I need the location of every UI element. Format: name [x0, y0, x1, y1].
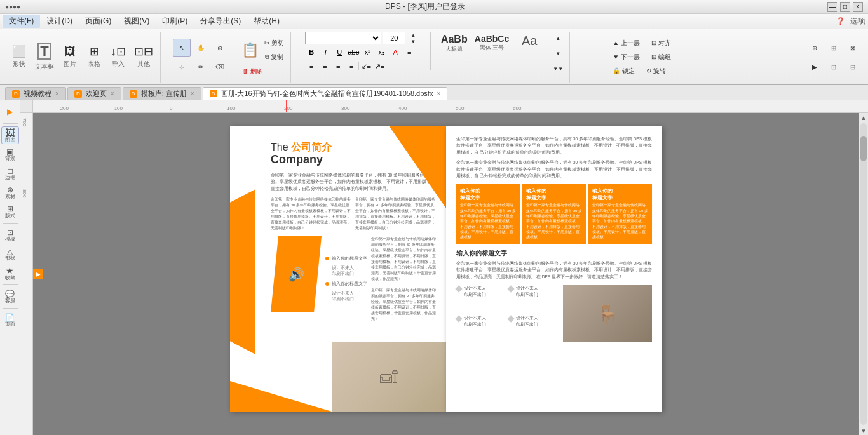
scroll-down-arrow[interactable]: ▼ [859, 426, 868, 435]
tool-btn-2[interactable]: ⊞ [825, 39, 843, 57]
tab-document[interactable]: D 画册-大16开骑马钉-金色时尚大气金融招商宣传册190401-1058.dp… [203, 87, 448, 100]
group-button[interactable]: ⊞ 编组 [647, 51, 675, 64]
left-tool-customer[interactable]: 💬 客服 [1, 288, 19, 305]
menu-file[interactable]: 文件(F) [3, 15, 40, 28]
left-tool-shape[interactable]: △ 形状 [1, 245, 19, 263]
tool-btn-5[interactable]: ⊡ [825, 58, 843, 76]
left-tool-nav[interactable]: ▶ [1, 103, 19, 121]
shape-button[interactable]: ⬜ 形状 [8, 38, 31, 76]
style-arrows: ▲ ▼ ▼▼ [550, 32, 566, 75]
image-button[interactable]: 🖼 图片 [58, 38, 81, 76]
window-controls[interactable]: — □ × [827, 2, 863, 12]
minimize-button[interactable]: — [827, 2, 837, 12]
left-tool-materials[interactable]: ⊕ 素材 [1, 184, 19, 201]
superscript-button[interactable]: x² [361, 46, 374, 58]
menu-view[interactable]: 视图(V) [118, 15, 156, 28]
canvas-wrapper: -200 -100 0 100 200 300 400 500 600 700 … [20, 100, 868, 435]
left-tool-background[interactable]: ▣ 背景 [1, 145, 19, 163]
crop-button[interactable]: ⊹ [173, 58, 191, 76]
menu-share[interactable]: 分享导出(S) [194, 15, 247, 28]
tool-btn-6[interactable]: ⊟ [844, 58, 862, 76]
other-button[interactable]: ⊡⊟ 其他 [131, 38, 156, 76]
pointer-button[interactable]: ↖ [173, 39, 191, 57]
rotate-button[interactable]: ↻ 旋转 [642, 65, 670, 77]
hand-button[interactable]: ✋ [192, 39, 210, 57]
maximize-button[interactable]: □ [840, 2, 850, 12]
tab-document-close[interactable]: × [437, 90, 440, 97]
tab-welcome-close[interactable]: × [111, 90, 114, 97]
indent-decrease-btn[interactable]: ↙≡ [360, 60, 372, 72]
paste-button[interactable]: 📋 [240, 40, 261, 60]
tab-template[interactable]: D 模板库: 宣传册 × [123, 87, 201, 100]
menu-help[interactable]: 帮助(H) [247, 15, 286, 28]
style-preview-heading3: Aa [522, 34, 537, 48]
tool-btn-4[interactable]: ▶ [806, 58, 824, 76]
pen-button[interactable]: ✏ [192, 58, 210, 76]
tool-btn-1[interactable]: ⊕ [806, 39, 824, 57]
menu-print[interactable]: 印刷(P) [156, 15, 194, 28]
left-tool-template[interactable]: ⊡ 模板 [1, 226, 19, 244]
bold-button[interactable]: B [305, 46, 318, 58]
v-scrollbar[interactable]: ▲ ▼ [859, 113, 868, 435]
page-right[interactable]: 金印第一家专业金融与传统网络媒体印刷的服务平台，拥有 30 多年印刷服务经验。全… [446, 126, 662, 412]
paste-special-btn[interactable]: 🗑 删除 [240, 65, 265, 77]
align-center-btn[interactable]: ≡ [318, 60, 331, 72]
font-highlight-button[interactable]: ≡ [403, 46, 416, 58]
orange-cards-row: 输入你的标题文字 全印第一家专业金融与传统网络媒体印刷的服务平台，拥有 30 多… [456, 184, 652, 244]
font-color-button[interactable]: A [389, 46, 402, 58]
font-size-input[interactable] [383, 32, 405, 44]
options-button[interactable]: 选项 [850, 16, 865, 27]
style-heading2[interactable]: AaBbCc 黑体 三号 [473, 32, 511, 54]
scroll-track[interactable] [860, 123, 867, 425]
style-scroll-down[interactable]: ▼ [550, 47, 566, 60]
copy-button[interactable]: ⧉ 复制 [262, 51, 287, 64]
strikethrough-button[interactable]: abc [347, 46, 360, 58]
underline-button[interactable]: U [333, 46, 346, 58]
style-expand[interactable]: ▼▼ [550, 62, 566, 75]
tab-welcome[interactable]: D 欢迎页 × [67, 87, 121, 100]
left-tool-style[interactable]: ⊞ 版式 [1, 203, 19, 220]
subscript-button[interactable]: x₂ [375, 46, 388, 58]
scroll-handle[interactable] [860, 136, 867, 161]
library-icon: 🖼 [6, 128, 15, 138]
page-left[interactable]: The 公司简介 Company 金印第一家专业金融与传统网络媒体印刷的服务平台… [230, 126, 446, 412]
tab-tutorial-close[interactable]: × [55, 90, 59, 97]
cut-button[interactable]: ✂ 剪切 [262, 37, 287, 50]
table-button[interactable]: ⊞ 表格 [83, 38, 105, 76]
textbox-button[interactable]: T 文本框 [32, 38, 57, 76]
import-button[interactable]: ↓⊡ 导入 [107, 38, 130, 76]
left-tool-favorite[interactable]: ★ 收藏 [1, 264, 19, 282]
align-left-btn[interactable]: ≡ [305, 60, 318, 72]
font-name-select[interactable] [305, 32, 381, 44]
zoom-button[interactable]: ⊕ [211, 39, 229, 57]
align-button[interactable]: ⊟ 对齐 [647, 37, 675, 50]
scroll-up-arrow[interactable]: ▲ [859, 113, 868, 122]
left-tool-library[interactable]: 🖼 图库 [1, 126, 19, 144]
tool-sep1 [3, 123, 18, 124]
style-heading3[interactable]: Aa [513, 32, 545, 50]
align-justify-btn[interactable]: ≡ [345, 60, 358, 72]
indent-increase-btn[interactable]: ↗≡ [373, 60, 386, 72]
tool-btn-3[interactable]: ⊠ [844, 39, 862, 57]
lock-button[interactable]: 🔒 锁定 [608, 65, 639, 77]
tab-template-close[interactable]: × [191, 90, 194, 97]
style-scroll-up[interactable]: ▲ [550, 32, 566, 44]
close-button[interactable]: × [853, 2, 863, 12]
font-size-down[interactable]: ▼ [407, 38, 419, 44]
bottom-bullet-1: 设计不来人印刷不出门 [456, 285, 506, 312]
menu-design[interactable]: 设计(D) [40, 15, 79, 28]
nav-left-arrow[interactable]: ▶ [33, 269, 43, 279]
eraser-button[interactable]: ⌫ [211, 58, 229, 76]
bring-forward-btn[interactable]: ▲ 上一层 [608, 37, 644, 50]
menu-page[interactable]: 页面(G) [79, 15, 118, 28]
left-tool-page[interactable]: 📄 页面 [1, 311, 19, 329]
send-backward-btn[interactable]: ▼ 下一层 [608, 51, 644, 64]
tab-tutorial[interactable]: D 视频教程 × [5, 87, 66, 100]
style-heading1[interactable]: AaBb 大标题 [438, 32, 470, 55]
italic-button[interactable]: I [319, 46, 332, 58]
canvas-area[interactable]: ▶ The 公司简介 Company [33, 113, 859, 435]
align-right-btn[interactable]: ≡ [332, 60, 344, 72]
ruler-cursor-mark [286, 100, 287, 112]
left-tool-border[interactable]: ◻ 边框 [1, 164, 19, 182]
font-size-up[interactable]: ▲ [407, 32, 419, 38]
